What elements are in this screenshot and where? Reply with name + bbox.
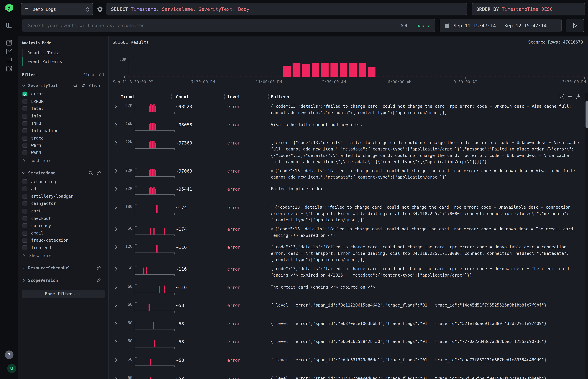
- more-filters-button[interactable]: More filters: [22, 290, 105, 298]
- filter-option-warn[interactable]: warn: [22, 142, 105, 149]
- expand-row-button[interactable]: [114, 103, 120, 109]
- pattern-cell[interactable]: {"code":13,"details":"failed to charge c…: [271, 103, 588, 116]
- col-count[interactable]: Count: [174, 94, 227, 99]
- expand-row-button[interactable]: [114, 320, 120, 326]
- checkbox[interactable]: [22, 150, 27, 155]
- filter-option-cart[interactable]: cart: [22, 207, 105, 215]
- checkbox[interactable]: [22, 114, 27, 118]
- table-row[interactable]: 60~58error{"level":"error","span_id":"cd…: [112, 355, 588, 373]
- table-row[interactable]: 22K~98523error{"code":13,"details":"fail…: [112, 101, 588, 119]
- clear-all-button[interactable]: Clear all: [83, 72, 105, 77]
- filter-option-artillery-loadgen[interactable]: artillery-loadgen: [22, 193, 105, 200]
- pattern-cell[interactable]: ×{"code":13,"details":"failed to charge …: [271, 168, 588, 181]
- filter-option-information[interactable]: Information: [22, 127, 105, 135]
- filter-option-checkout[interactable]: checkout: [22, 215, 105, 222]
- filter-option-error[interactable]: ERROR: [22, 98, 105, 105]
- run-query-button[interactable]: [566, 19, 584, 32]
- wrap-text-icon[interactable]: [567, 94, 573, 99]
- time-range-picker[interactable]: Sep 11 15:47:14 - Sep 12 15:47:14: [440, 19, 562, 32]
- table-row[interactable]: 60~58error{"level":"error","span_id":"6b…: [112, 336, 588, 355]
- checkbox[interactable]: [22, 187, 27, 191]
- logs-icon[interactable]: [5, 39, 13, 47]
- pattern-cell[interactable]: {"code":13,"details":"failed to charge c…: [271, 266, 588, 279]
- expand-row-button[interactable]: [114, 186, 120, 191]
- filter-group-header[interactable]: ScopeVersion: [22, 277, 105, 284]
- filter-option-cainjector[interactable]: cainjector: [22, 200, 105, 207]
- checkbox[interactable]: [22, 179, 27, 184]
- filter-option-info[interactable]: INFO: [22, 120, 105, 127]
- pattern-cell[interactable]: {"code":13,"details":"failed to charge c…: [271, 244, 588, 263]
- pin-icon[interactable]: [81, 83, 86, 88]
- checkbox[interactable]: [22, 143, 27, 148]
- filter-option-ad[interactable]: ad: [22, 185, 105, 193]
- checkbox[interactable]: [22, 194, 27, 199]
- table-row[interactable]: 60~116error{"code":13,"details":"failed …: [112, 263, 588, 282]
- dashboards-icon[interactable]: [5, 65, 13, 72]
- expand-row-button[interactable]: [114, 284, 120, 289]
- pattern-cell[interactable]: ×{"code":13,"details":"failed to charge …: [271, 204, 588, 223]
- checkbox[interactable]: [22, 223, 27, 228]
- clear-filter-button[interactable]: Clear: [89, 83, 101, 88]
- table-row[interactable]: 60~174error×{"code":13,"details":"failed…: [112, 223, 588, 242]
- expand-row-button[interactable]: [114, 302, 120, 307]
- filter-option-email[interactable]: email: [22, 229, 105, 237]
- filter-option-accounting[interactable]: accounting: [22, 178, 105, 185]
- expand-row-button[interactable]: [114, 226, 120, 231]
- code-view-icon[interactable]: [558, 94, 564, 99]
- load-more-button[interactable]: Load more: [22, 157, 105, 164]
- scrollbar-track[interactable]: [585, 93, 588, 379]
- pattern-cell[interactable]: {"error":{"code":13,"details":"failed to…: [271, 140, 588, 165]
- pattern-cell[interactable]: Failed to place order: [271, 186, 588, 192]
- orderby-input[interactable]: ORDER BY TimestampTime DESC: [472, 3, 585, 16]
- search-icon[interactable]: [73, 83, 78, 88]
- pattern-cell[interactable]: {"level":"error","span_id":"334357bae9ed…: [271, 375, 588, 379]
- checkbox[interactable]: [22, 216, 27, 221]
- filter-option-fraud-detection[interactable]: fraud-detection: [22, 237, 105, 244]
- pattern-cell[interactable]: {"level":"error","span_id":"cddc331329e6…: [271, 357, 588, 363]
- filter-option-trace[interactable]: trace: [22, 135, 105, 142]
- panel-toggle-icon[interactable]: [5, 21, 13, 29]
- expand-row-button[interactable]: [114, 140, 120, 145]
- scrollbar-thumb[interactable]: [585, 101, 588, 128]
- checkbox[interactable]: [22, 201, 27, 206]
- table-row[interactable]: 22K~97360error{"error":{"code":13,"detai…: [112, 137, 588, 165]
- pin-icon[interactable]: [96, 266, 101, 270]
- checkbox[interactable]: [22, 209, 27, 213]
- select-query-input[interactable]: SELECT Timestamp, ServiceName, SeverityT…: [107, 3, 467, 16]
- analysis-mode-results-table[interactable]: Results Table: [22, 49, 105, 57]
- filter-option-warn[interactable]: WARN: [22, 149, 105, 157]
- filter-group-header[interactable]: ResourceSchemaUrl: [22, 264, 105, 272]
- source-select[interactable]: Demo Logs: [21, 3, 93, 16]
- filter-option-info[interactable]: info: [22, 112, 105, 120]
- help-button[interactable]: ?: [5, 350, 13, 359]
- language-toggle[interactable]: SQL|Lucene: [401, 23, 430, 28]
- checkbox[interactable]: [22, 128, 27, 133]
- pattern-cell[interactable]: Visa cache full: cannot add new item.: [271, 121, 588, 128]
- table-row[interactable]: 60~58error{"level":"error","span_id":"0c…: [112, 300, 588, 318]
- gear-icon[interactable]: [93, 3, 107, 16]
- show-more-button[interactable]: Show more: [22, 252, 105, 259]
- expand-row-button[interactable]: [114, 266, 120, 271]
- table-row[interactable]: 180~174error×{"code":13,"details":"faile…: [112, 202, 588, 223]
- pattern-cell[interactable]: {"level":"error","span_id":"eb870ecef063…: [271, 320, 588, 327]
- table-row[interactable]: 60~58error{"level":"error","span_id":"33…: [112, 373, 588, 379]
- expand-row-button[interactable]: [114, 121, 120, 127]
- search-icon[interactable]: [89, 171, 93, 175]
- table-row[interactable]: 120~116error{"code":13,"details":"failed…: [112, 242, 588, 263]
- expand-row-button[interactable]: [114, 168, 120, 173]
- pattern-cell[interactable]: ×{"code":13,"details":"failed to charge …: [271, 226, 588, 239]
- checkbox[interactable]: [22, 238, 27, 243]
- pin-icon[interactable]: [96, 278, 101, 283]
- col-level[interactable]: level: [227, 94, 271, 99]
- analysis-mode-event-patterns[interactable]: Event Patterns: [22, 57, 105, 66]
- checkbox[interactable]: [22, 136, 27, 141]
- table-row[interactable]: 22K~97069error×{"code":13,"details":"fai…: [112, 165, 588, 184]
- checkbox[interactable]: [22, 106, 27, 111]
- download-icon[interactable]: [576, 94, 581, 99]
- checkbox[interactable]: [22, 121, 27, 126]
- filter-option-fatal[interactable]: fatal: [22, 105, 105, 112]
- table-row[interactable]: 22K~95441errorFailed to place order: [112, 184, 588, 202]
- chart-icon[interactable]: [5, 48, 13, 55]
- col-trend[interactable]: Trend: [120, 94, 134, 99]
- table-row[interactable]: 24K~98058errorVisa cache full: cannot ad…: [112, 119, 588, 138]
